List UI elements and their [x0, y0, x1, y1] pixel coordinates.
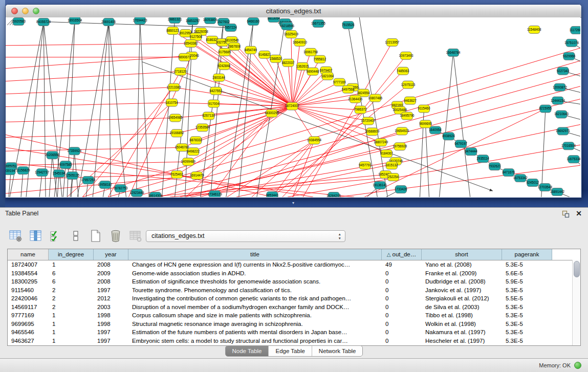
graph-edge[interactable] — [6, 147, 182, 151]
graph-node[interactable]: 1810754 — [165, 99, 178, 106]
graph-node[interactable]: 12975115 — [401, 81, 416, 89]
select-all-columns-icon[interactable] — [49, 229, 62, 243]
graph-node[interactable]: 16053809 — [203, 17, 218, 24]
graph-node[interactable]: 10807486 — [368, 94, 383, 102]
graph-node[interactable]: 24055724 — [36, 18, 51, 26]
graph-node[interactable]: 9242848 — [217, 62, 230, 70]
graph-node[interactable]: 2718120 — [174, 68, 187, 75]
graph-node[interactable]: 12093872 — [553, 83, 568, 91]
graph-node[interactable]: 19218596 — [280, 22, 295, 30]
table-row[interactable]: 1938455462009Genome-wide association stu… — [8, 269, 580, 278]
graph-node[interactable]: 16853257 — [186, 17, 201, 25]
table-row[interactable]: 1872400712008Changes of HCN gene express… — [8, 260, 580, 269]
graph-node[interactable]: 11172604 — [569, 26, 580, 34]
graph-node[interactable]: 8813054 — [268, 17, 280, 22]
graph-node[interactable]: 16648784 — [446, 49, 461, 56]
graph-node[interactable]: 8938924 — [442, 133, 455, 140]
graph-node[interactable]: 2935114 — [477, 155, 490, 163]
graph-node[interactable]: 16284205 — [326, 192, 341, 197]
table-row[interactable]: 969969511998Structural magnetic resonanc… — [8, 320, 580, 329]
graph-edge[interactable] — [453, 53, 470, 197]
network-canvas[interactable]: 1692058324055724189165042069140617694423… — [6, 17, 580, 197]
minimize-window-button[interactable] — [22, 8, 29, 14]
graph-node[interactable]: 19166852 — [170, 129, 185, 137]
table-row[interactable]: 946554611997Estimation of the future num… — [8, 328, 580, 337]
graph-node[interactable]: 9175685 — [218, 48, 231, 56]
resize-grip-icon[interactable] — [6, 17, 14, 26]
graph-node[interactable]: 18916504 — [68, 17, 82, 24]
graph-node[interactable]: 12213957 — [385, 38, 400, 46]
network-window-titlebar[interactable]: citations_edges.txt — [6, 5, 581, 18]
graph-node[interactable]: 18614304 — [148, 192, 163, 197]
graph-node[interactable]: 8215955 — [539, 105, 552, 113]
graph-edge[interactable] — [425, 124, 429, 197]
graph-node[interactable]: 8267130 — [202, 112, 215, 120]
graph-edge[interactable] — [6, 43, 191, 46]
graph-node[interactable]: 19958187 — [98, 181, 113, 189]
close-panel-icon[interactable]: ✕ — [576, 209, 582, 217]
citation-network-graph[interactable]: 1692058324055724189165042069140617694423… — [6, 17, 580, 197]
graph-node[interactable]: 1821064 — [321, 72, 334, 80]
graph-node[interactable]: 16782753 — [113, 185, 128, 192]
graph-node[interactable]: 16325419 — [284, 30, 299, 38]
graph-node[interactable]: 1640954 — [429, 126, 442, 134]
graph-node[interactable]: 19136141 — [373, 182, 387, 189]
graph-node[interactable]: 9474444 — [465, 148, 477, 156]
graph-node[interactable]: 19654923 — [395, 127, 409, 135]
graph-node[interactable]: 17694423 — [133, 17, 147, 24]
graph-edge[interactable] — [339, 165, 580, 197]
graph-node[interactable]: 10973493 — [399, 52, 413, 59]
graph-edge[interactable] — [108, 22, 126, 197]
graph-edge[interactable] — [36, 21, 231, 28]
graph-node[interactable]: 12942737 — [35, 169, 50, 177]
graph-edge[interactable] — [49, 155, 52, 197]
network-view-window[interactable]: citations_edges.txt 16920583240557241891… — [5, 4, 582, 198]
graph-edge[interactable] — [292, 106, 314, 141]
graph-node[interactable]: 1733426 — [395, 186, 407, 193]
graph-node[interactable]: 8878332 — [189, 137, 202, 144]
graph-node[interactable]: 7932621 — [488, 163, 501, 170]
graph-edge[interactable] — [6, 72, 181, 81]
tab-network-table[interactable]: Network Table — [312, 346, 363, 356]
graph-node[interactable]: 16543382 — [184, 39, 199, 47]
graph-edge[interactable] — [63, 165, 66, 197]
table-row[interactable]: 977716911998Corpus callosum shape and si… — [8, 311, 580, 320]
graph-node[interactable]: 8454749 — [245, 46, 257, 54]
graph-node[interactable]: 9115460 — [418, 105, 430, 113]
table-row[interactable]: 911546021997Tourette syndrome. Phenomeno… — [8, 286, 580, 295]
graph-edge[interactable] — [162, 19, 175, 197]
graph-edge[interactable] — [232, 40, 292, 106]
graph-node[interactable]: 1545194 — [53, 170, 66, 178]
graph-edge[interactable] — [292, 67, 302, 106]
graph-node[interactable]: 16753342 — [513, 174, 528, 182]
graph-node[interactable]: 16671355 — [311, 19, 326, 27]
graph-node[interactable]: 917004 — [208, 100, 220, 107]
graph-edge[interactable] — [219, 78, 292, 106]
tab-edge-table[interactable]: Edge Table — [269, 346, 312, 356]
graph-node[interactable]: 7955812 — [314, 55, 326, 63]
graph-node[interactable]: 18495796 — [400, 112, 415, 120]
table-settings-icon[interactable] — [9, 229, 23, 243]
graph-node[interactable]: 11675334 — [567, 156, 580, 163]
graph-node[interactable]: 17016504 — [561, 142, 576, 150]
graph-node[interactable]: 6479197 — [454, 140, 467, 148]
graph-node[interactable]: 18300295 — [265, 110, 279, 117]
graph-node[interactable]: 12213383 — [167, 83, 182, 91]
graph-node[interactable]: 1815132 — [385, 162, 398, 169]
table-row[interactable]: 946362711997Embryonic stem cells: a mode… — [8, 337, 580, 345]
graph-node[interactable]: 9457791 — [359, 162, 372, 169]
graph-node[interactable]: 19654985 — [168, 114, 183, 122]
graph-node[interactable]: 14099489 — [181, 158, 196, 166]
graph-node[interactable]: 19861321 — [168, 17, 183, 23]
graph-node[interactable]: 1588520 — [270, 55, 282, 62]
graph-node[interactable]: 9777169 — [333, 78, 346, 86]
graph-node[interactable]: 939194 — [6, 167, 15, 175]
column-header-in_degree[interactable]: in_degree — [49, 249, 94, 260]
table-selector-dropdown[interactable]: citations_edges.txt ▲▼ — [146, 230, 345, 242]
create-table-icon[interactable] — [89, 229, 102, 243]
close-window-button[interactable] — [11, 8, 18, 14]
graph-node[interactable]: 9245012 — [527, 179, 539, 187]
graph-node[interactable]: 7485063 — [397, 67, 409, 75]
graph-edge[interactable] — [136, 20, 140, 197]
graph-node[interactable]: 9498222 — [187, 148, 200, 156]
